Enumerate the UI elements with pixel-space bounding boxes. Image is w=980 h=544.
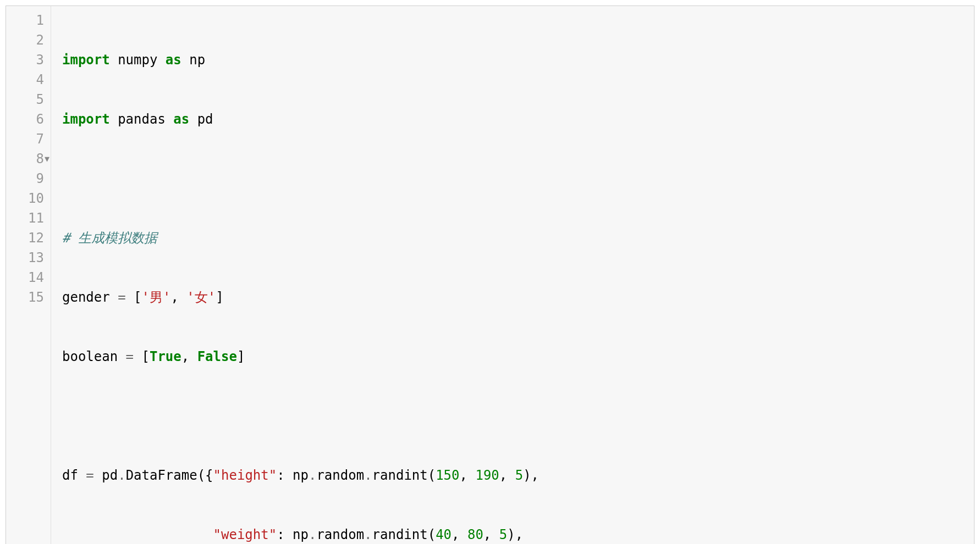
line-number: 12 xyxy=(10,228,44,248)
code-line: # 生成模拟数据 xyxy=(62,228,963,248)
line-number: 5 xyxy=(10,90,44,109)
code-line xyxy=(62,406,963,426)
line-number: 3 xyxy=(10,50,44,70)
line-number: 11 xyxy=(10,208,44,228)
code-line: import numpy as np xyxy=(62,50,963,70)
code-line: "weight": np.random.randint(40, 80, 5), xyxy=(62,525,963,544)
code-editor-content[interactable]: import numpy as np import pandas as pd #… xyxy=(51,6,974,544)
line-number: 4 xyxy=(10,70,44,90)
line-number-gutter: 1 2 3 4 5 6 7 8▼ 9 10 11 12 13 14 15 xyxy=(6,6,51,544)
line-number: 15 xyxy=(10,287,44,307)
line-number: 1 xyxy=(10,10,44,30)
line-number: 14 xyxy=(10,268,44,287)
fold-marker-icon[interactable]: ▼ xyxy=(45,149,49,169)
code-cell: 1 2 3 4 5 6 7 8▼ 9 10 11 12 13 14 15 imp… xyxy=(5,5,975,544)
line-number: 9 xyxy=(10,169,44,188)
line-number: 8▼ xyxy=(10,149,44,169)
code-line: boolean = [True, False] xyxy=(62,347,963,367)
line-number: 10 xyxy=(10,188,44,208)
line-number: 7 xyxy=(10,129,44,149)
line-number: 6 xyxy=(10,109,44,129)
code-line xyxy=(62,169,963,188)
line-number: 2 xyxy=(10,30,44,50)
code-line: gender = ['男', '女'] xyxy=(62,287,963,307)
code-line: import pandas as pd xyxy=(62,109,963,129)
line-number: 13 xyxy=(10,248,44,268)
code-line: df = pd.DataFrame({"height": np.random.r… xyxy=(62,465,963,485)
